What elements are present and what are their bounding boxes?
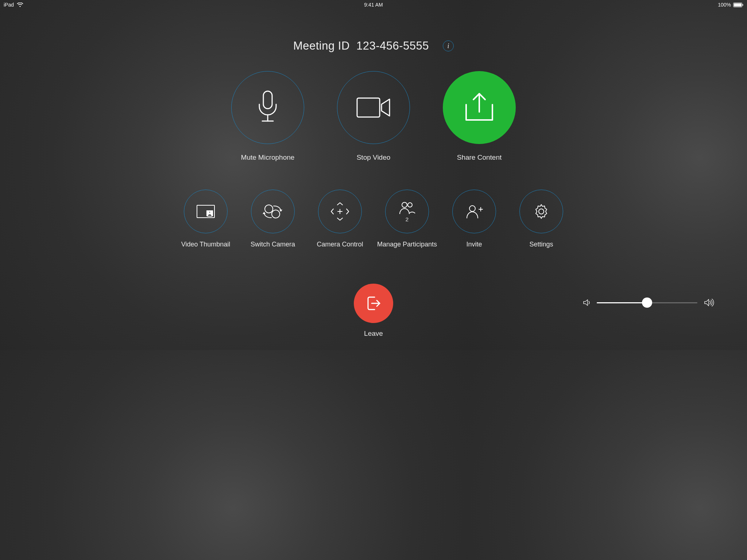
svg-point-12 bbox=[265, 205, 273, 213]
svg-point-19 bbox=[408, 203, 412, 207]
mute-microphone-item: Mute Microphone bbox=[231, 71, 304, 162]
invite-icon bbox=[465, 204, 467, 219]
leave-item: Leave bbox=[354, 284, 393, 338]
svg-rect-6 bbox=[357, 98, 380, 117]
svg-point-13 bbox=[272, 210, 280, 218]
share-icon bbox=[462, 92, 467, 124]
meeting-id-value: 123-456-5555 bbox=[356, 39, 429, 52]
microphone-icon bbox=[255, 90, 280, 125]
status-time: 9:41 AM bbox=[77, 2, 467, 8]
stop-video-item: Stop Video bbox=[337, 71, 410, 162]
share-content-label: Share Content bbox=[457, 153, 467, 162]
camera-control-icon bbox=[330, 202, 350, 221]
svg-marker-15 bbox=[263, 212, 266, 214]
switch-camera-icon bbox=[263, 203, 283, 220]
video-thumbnail-item: Video Thumbnail bbox=[184, 190, 228, 248]
switch-camera-label: Switch Camera bbox=[251, 241, 295, 248]
meeting-header: Meeting ID 123-456-5555 i bbox=[0, 39, 467, 52]
camera-control-button[interactable] bbox=[318, 190, 362, 233]
meeting-info-button[interactable]: i bbox=[443, 40, 454, 51]
svg-point-18 bbox=[402, 202, 407, 207]
status-bar: iPad 9:41 AM 100% bbox=[0, 0, 467, 9]
manage-participants-button[interactable]: 2 bbox=[385, 190, 429, 233]
camera-control-item: Camera Control bbox=[318, 190, 362, 248]
invite-button[interactable] bbox=[452, 190, 467, 233]
svg-marker-14 bbox=[279, 210, 282, 212]
thumbnail-icon bbox=[196, 205, 215, 218]
leave-icon bbox=[364, 294, 383, 312]
video-camera-icon bbox=[355, 96, 392, 119]
leave-label: Leave bbox=[364, 330, 383, 338]
svg-point-11 bbox=[209, 211, 211, 213]
info-icon: i bbox=[448, 42, 449, 50]
primary-controls: Mute Microphone Stop Video Share Conten bbox=[0, 71, 467, 162]
switch-camera-item: Switch Camera bbox=[251, 190, 295, 248]
svg-marker-7 bbox=[382, 99, 390, 116]
meeting-id-label: Meeting ID bbox=[293, 39, 350, 52]
stop-video-button[interactable] bbox=[337, 71, 410, 144]
invite-item: Invite bbox=[452, 190, 467, 248]
video-thumbnail-button[interactable] bbox=[184, 190, 228, 233]
mute-microphone-button[interactable] bbox=[231, 71, 304, 144]
share-content-button[interactable] bbox=[443, 71, 467, 144]
secondary-controls: Video Thumbnail Switch Camera bbox=[0, 190, 467, 248]
video-thumbnail-label: Video Thumbnail bbox=[181, 241, 230, 248]
svg-rect-3 bbox=[263, 91, 272, 109]
switch-camera-button[interactable] bbox=[251, 190, 295, 233]
participants-icon bbox=[398, 201, 416, 215]
manage-participants-label: Manage Participants bbox=[377, 241, 437, 248]
stop-video-label: Stop Video bbox=[357, 153, 391, 162]
wifi-icon bbox=[17, 3, 23, 7]
manage-participants-item: 2 Manage Participants bbox=[385, 190, 429, 248]
participants-count: 2 bbox=[406, 216, 409, 222]
mute-microphone-label: Mute Microphone bbox=[241, 153, 295, 162]
camera-control-label: Camera Control bbox=[317, 241, 363, 248]
leave-button[interactable] bbox=[354, 284, 393, 323]
device-label: iPad bbox=[4, 2, 14, 8]
status-left: iPad bbox=[4, 2, 77, 8]
share-content-item: Share Content bbox=[443, 71, 467, 162]
meeting-id-display: Meeting ID 123-456-5555 bbox=[293, 39, 429, 52]
invite-label: Invite bbox=[466, 241, 467, 248]
